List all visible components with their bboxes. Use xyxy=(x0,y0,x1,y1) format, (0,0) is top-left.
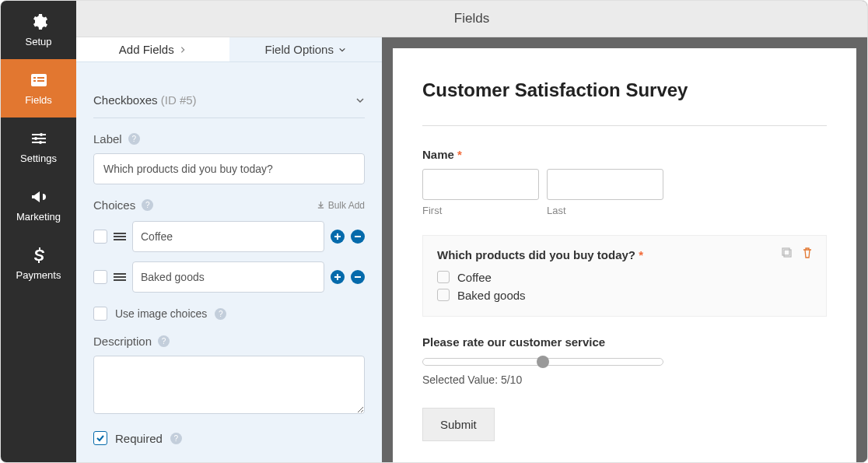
top-header: Fields xyxy=(76,1,867,37)
sidebar-item-marketing[interactable]: Marketing xyxy=(1,176,76,234)
tab-add-fields-label: Add Fields xyxy=(119,43,174,56)
checkbox-input[interactable] xyxy=(437,289,450,301)
sidebar-item-settings[interactable]: Settings xyxy=(1,118,76,176)
download-icon xyxy=(317,201,325,209)
sidebar: Setup Fields Settings Marketing Payments xyxy=(1,1,76,462)
svg-rect-4 xyxy=(37,80,44,82)
image-choices-checkbox[interactable] xyxy=(93,307,107,321)
name-field: Name * First Last xyxy=(422,148,827,216)
drag-handle-icon[interactable] xyxy=(114,233,126,240)
description-label: Description ? xyxy=(93,335,365,348)
svg-rect-1 xyxy=(33,77,36,79)
required-checkbox[interactable] xyxy=(93,431,107,445)
choice-default-checkbox[interactable] xyxy=(93,230,107,244)
label-field-label: Label ? xyxy=(93,132,365,146)
chevron-down-icon xyxy=(338,46,346,54)
remove-choice-button[interactable] xyxy=(351,230,365,244)
app-root: Setup Fields Settings Marketing Payments xyxy=(0,0,868,463)
svg-rect-2 xyxy=(37,77,44,79)
chevron-down-icon xyxy=(355,96,365,105)
bulk-add-button[interactable]: Bulk Add xyxy=(317,200,365,211)
add-choice-button[interactable] xyxy=(331,230,345,244)
remove-choice-button[interactable] xyxy=(351,270,365,284)
bullhorn-icon xyxy=(30,188,48,206)
gear-icon xyxy=(30,12,48,31)
tab-field-options-label: Field Options xyxy=(265,43,334,56)
required-indicator: * xyxy=(639,248,643,261)
list-icon xyxy=(30,71,48,89)
image-choices-toggle: Use image choices ? xyxy=(93,307,365,321)
first-name-input[interactable] xyxy=(422,169,539,200)
svg-rect-3 xyxy=(33,80,36,82)
slider-handle[interactable] xyxy=(537,356,549,368)
sidebar-label-settings: Settings xyxy=(20,153,57,164)
choices-header: Choices ? Bulk Add xyxy=(93,198,365,212)
panel-body: Checkboxes (ID #5) Label ? Choices ? xyxy=(76,62,382,462)
slider-track[interactable] xyxy=(422,358,663,366)
checkbox-option[interactable]: Baked goods xyxy=(437,289,812,302)
sidebar-item-setup[interactable]: Setup xyxy=(1,1,76,59)
field-options-panel: Add Fields Field Options Checkboxes (ID … xyxy=(76,37,382,462)
choice-input[interactable] xyxy=(132,261,324,293)
help-icon[interactable]: ? xyxy=(128,133,140,145)
tab-field-options[interactable]: Field Options xyxy=(229,37,383,62)
help-icon[interactable]: ? xyxy=(158,335,170,347)
form-preview: Customer Satisfaction Survey Name * Firs… xyxy=(393,48,856,462)
sidebar-label-marketing: Marketing xyxy=(16,211,61,223)
slider-label: Please rate our customer service xyxy=(422,335,827,349)
field-actions xyxy=(781,247,814,259)
dollar-icon xyxy=(30,246,48,265)
sidebar-label-payments: Payments xyxy=(16,269,61,281)
panel-tabs: Add Fields Field Options xyxy=(76,37,382,62)
help-icon[interactable]: ? xyxy=(215,308,226,320)
slider-value-text: Selected Value: 5/10 xyxy=(422,374,827,386)
checkbox-option[interactable]: Coffee xyxy=(437,271,812,284)
first-name-sublabel: First xyxy=(422,205,539,216)
last-name-input[interactable] xyxy=(547,169,663,200)
submit-button[interactable]: Submit xyxy=(422,408,495,441)
field-type-label: Checkboxes (ID #5) xyxy=(93,93,197,107)
sidebar-item-fields[interactable]: Fields xyxy=(1,59,76,118)
label-input[interactable] xyxy=(93,153,365,184)
choice-row xyxy=(93,261,365,293)
sliders-icon xyxy=(30,129,48,148)
page-title: Fields xyxy=(454,11,489,26)
checkbox-field-label: Which products did you buy today? * xyxy=(437,248,812,261)
choice-default-checkbox[interactable] xyxy=(93,270,107,284)
sidebar-label-setup: Setup xyxy=(26,36,52,47)
choice-row xyxy=(93,221,365,252)
drag-handle-icon[interactable] xyxy=(114,273,126,281)
svg-point-5 xyxy=(40,133,43,136)
slider-field: Please rate our customer service Selecte… xyxy=(422,335,827,386)
form-title: Customer Satisfaction Survey xyxy=(422,79,827,102)
chevron-right-icon xyxy=(179,46,187,54)
divider xyxy=(422,125,827,126)
content: Add Fields Field Options Checkboxes (ID … xyxy=(76,37,867,462)
form-preview-panel: Customer Satisfaction Survey Name * Firs… xyxy=(382,37,867,462)
checkbox-field-preview[interactable]: Which products did you buy today? * Coff… xyxy=(422,235,827,317)
last-name-sublabel: Last xyxy=(547,205,663,216)
sidebar-label-fields: Fields xyxy=(25,94,52,106)
help-icon[interactable]: ? xyxy=(170,433,182,444)
add-choice-button[interactable] xyxy=(331,270,345,284)
trash-icon[interactable] xyxy=(801,247,814,259)
required-indicator: * xyxy=(457,148,462,161)
svg-point-6 xyxy=(34,137,37,140)
main: Fields Add Fields Field Options xyxy=(76,1,867,462)
checkbox-input[interactable] xyxy=(437,271,450,283)
tab-add-fields[interactable]: Add Fields xyxy=(76,37,229,62)
name-label: Name * xyxy=(422,148,827,161)
field-section-head[interactable]: Checkboxes (ID #5) xyxy=(93,79,365,118)
description-textarea[interactable] xyxy=(93,356,365,414)
svg-point-7 xyxy=(39,141,42,144)
sidebar-item-payments[interactable]: Payments xyxy=(1,234,76,293)
duplicate-icon[interactable] xyxy=(781,247,793,259)
help-icon[interactable]: ? xyxy=(142,199,153,211)
choice-input[interactable] xyxy=(132,221,324,252)
required-row: Required ? xyxy=(93,431,365,445)
